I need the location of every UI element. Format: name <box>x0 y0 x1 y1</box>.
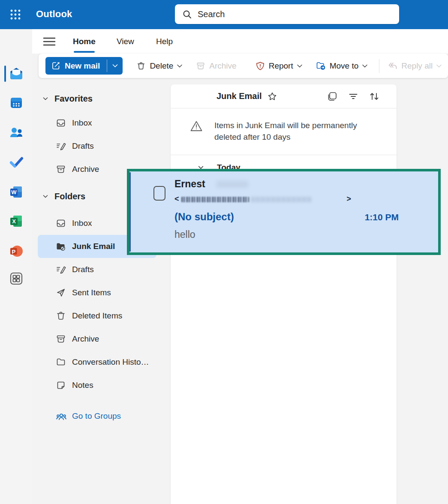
email-subject-row: (No subject) 1:10 PM <box>174 211 399 223</box>
svg-text:W: W <box>11 189 17 195</box>
app-title: Outlook <box>36 9 72 20</box>
todo-icon <box>9 154 24 170</box>
sort-button[interactable] <box>369 91 380 102</box>
email-checkbox[interactable] <box>153 186 165 201</box>
new-mail-label: New mail <box>65 61 100 71</box>
email-sender: Ernest <box>174 178 205 190</box>
calendar-icon <box>9 95 24 111</box>
rail-powerpoint-button[interactable]: P <box>0 241 32 261</box>
archive-icon <box>196 61 205 71</box>
reply-all-icon <box>388 62 397 70</box>
email-time: 1:10 PM <box>365 212 399 222</box>
select-icon <box>327 91 338 102</box>
favorite-inbox[interactable]: Inbox <box>38 111 156 135</box>
folder-label: Junk Email <box>72 242 115 251</box>
folder-deleted-items[interactable]: Deleted Items <box>38 304 156 327</box>
rail-people-button[interactable] <box>0 123 32 143</box>
filter-button[interactable] <box>348 91 359 102</box>
move-to-folder-icon <box>316 61 326 71</box>
folder-label: Sent Items <box>72 288 111 297</box>
message-list-actions <box>327 91 380 102</box>
warning-text: Items in Junk Email will be permanently … <box>214 120 374 143</box>
inbox-icon <box>56 118 66 128</box>
note-icon <box>56 380 66 390</box>
email-subject: (No subject) <box>174 211 234 223</box>
new-mail-button[interactable]: New mail <box>45 57 107 75</box>
archive-icon <box>56 164 66 174</box>
svg-text:X: X <box>12 218 16 225</box>
select-messages-button[interactable] <box>327 91 338 102</box>
delete-label: Delete <box>150 61 173 71</box>
rail-word-button[interactable]: W <box>0 182 32 202</box>
chevron-down-icon <box>297 64 302 68</box>
folders-title: Folders <box>54 192 85 201</box>
excel-icon: X <box>9 213 24 229</box>
redacted-sender-suffix <box>216 181 248 188</box>
go-to-groups-link[interactable]: Go to Groups <box>38 405 156 428</box>
selected-email-row[interactable]: Ernest < > (No subject) 1:10 PM hello <box>127 169 441 255</box>
rail-more-apps-button[interactable] <box>0 268 32 289</box>
folder-label: Archive <box>72 165 99 174</box>
folder-notes[interactable]: Notes <box>38 374 156 397</box>
rail-calendar-button[interactable] <box>0 93 32 113</box>
favorites-section-header[interactable]: Favorites <box>38 90 156 107</box>
folder-label: Archive <box>72 334 99 344</box>
waffle-icon <box>9 9 21 21</box>
warning-triangle-icon <box>190 120 203 132</box>
delete-button[interactable]: Delete <box>132 58 186 74</box>
chevron-down-icon <box>362 64 367 68</box>
tab-home[interactable]: Home <box>73 34 96 49</box>
junk-retention-warning: Items in Junk Email will be permanently … <box>171 108 397 155</box>
rail-excel-button[interactable]: X <box>0 211 32 231</box>
folder-label: Conversation Histo… <box>72 357 149 367</box>
folder-sent-items[interactable]: Sent Items <box>38 281 156 304</box>
junk-folder-icon <box>56 241 66 252</box>
selection-indicator <box>129 172 131 252</box>
drafts-icon <box>56 264 66 275</box>
report-label: Report <box>269 61 293 71</box>
send-icon <box>56 288 66 298</box>
folder-label: Inbox <box>72 118 92 128</box>
reply-all-label: Reply all <box>401 61 433 71</box>
groups-link-label: Go to Groups <box>72 411 121 421</box>
search-bar[interactable] <box>175 4 399 24</box>
address-bracket-close: > <box>346 195 351 204</box>
favorite-star-button[interactable] <box>267 91 277 102</box>
message-list-header: Junk Email <box>171 84 397 108</box>
folder-drafts[interactable]: Drafts <box>38 258 156 281</box>
email-address-line: < > <box>174 195 351 205</box>
folder-conversation-history[interactable]: Conversation Histo… <box>38 351 156 374</box>
people-icon <box>9 125 24 141</box>
move-to-label: Move to <box>330 61 359 71</box>
favorite-drafts[interactable]: Drafts <box>38 135 156 158</box>
redacted-email-address <box>181 197 249 202</box>
address-bracket-open: < <box>174 195 179 203</box>
filter-icon <box>348 91 359 102</box>
hamburger-icon <box>43 36 58 47</box>
tab-view[interactable]: View <box>117 34 134 49</box>
report-button[interactable]: Report <box>251 58 307 74</box>
collapse-folder-pane-button[interactable] <box>43 35 58 48</box>
outlook-window: Outlook <box>0 0 448 504</box>
folder-label: Drafts <box>72 141 94 151</box>
move-to-button[interactable]: Move to <box>312 57 372 74</box>
selected-app-indicator <box>4 66 6 82</box>
rail-mail-button[interactable] <box>0 63 32 84</box>
folder-label: Inbox <box>72 219 92 228</box>
tab-help[interactable]: Help <box>156 34 173 49</box>
search-input[interactable] <box>198 9 382 19</box>
archive-label: Archive <box>209 61 236 71</box>
folder-pane: Favorites Inbox Drafts <box>32 78 171 504</box>
new-mail-dropdown-button[interactable] <box>107 57 123 75</box>
outlook-mail-icon <box>8 66 24 82</box>
report-shield-icon <box>256 61 265 71</box>
app-launcher-button[interactable] <box>0 0 31 29</box>
ribbon-toolbar: New mail Delete <box>39 54 448 78</box>
chevron-down-icon <box>42 193 49 200</box>
chevron-down-icon <box>177 64 182 68</box>
folder-archive[interactable]: Archive <box>38 327 156 351</box>
rail-todo-button[interactable] <box>0 152 32 172</box>
message-list-pane: Junk Email <box>171 84 397 504</box>
chevron-down-icon <box>436 64 442 68</box>
sort-icon <box>369 91 380 102</box>
